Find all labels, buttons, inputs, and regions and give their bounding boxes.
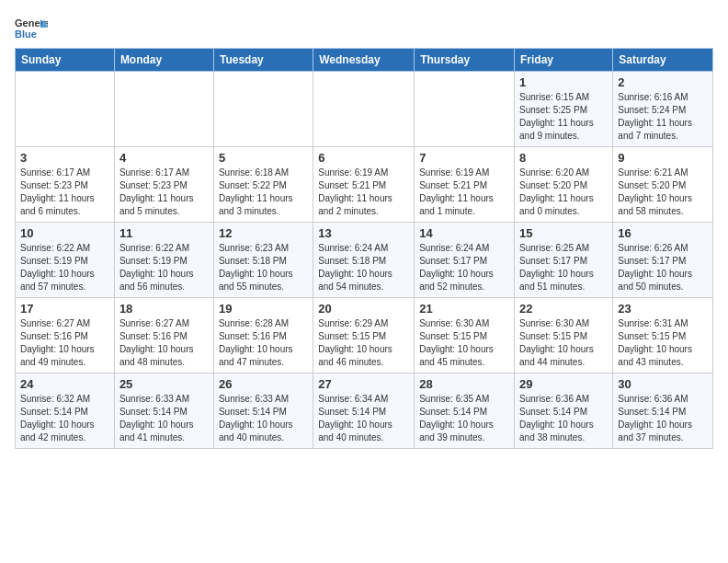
day-number: 21	[419, 302, 509, 316]
day-number: 28	[419, 377, 509, 391]
day-number: 24	[20, 377, 109, 391]
day-number: 26	[219, 377, 308, 391]
day-info: Sunrise: 6:36 AM Sunset: 5:14 PM Dayligh…	[618, 393, 708, 444]
day-number: 10	[20, 226, 109, 240]
day-number: 22	[519, 302, 608, 316]
calendar-cell: 23Sunrise: 6:31 AM Sunset: 5:15 PM Dayli…	[613, 298, 713, 373]
day-info: Sunrise: 6:17 AM Sunset: 5:23 PM Dayligh…	[119, 167, 209, 218]
calendar-cell	[415, 72, 515, 147]
day-number: 14	[419, 226, 509, 240]
day-info: Sunrise: 6:19 AM Sunset: 5:21 PM Dayligh…	[419, 167, 509, 218]
day-info: Sunrise: 6:17 AM Sunset: 5:23 PM Dayligh…	[20, 167, 109, 218]
day-info: Sunrise: 6:22 AM Sunset: 5:19 PM Dayligh…	[20, 242, 109, 293]
day-info: Sunrise: 6:30 AM Sunset: 5:15 PM Dayligh…	[419, 317, 509, 369]
day-info: Sunrise: 6:31 AM Sunset: 5:15 PM Dayligh…	[618, 317, 708, 369]
calendar-cell: 2Sunrise: 6:16 AM Sunset: 5:24 PM Daylig…	[613, 72, 713, 147]
calendar-cell: 7Sunrise: 6:19 AM Sunset: 5:21 PM Daylig…	[415, 147, 515, 223]
day-info: Sunrise: 6:20 AM Sunset: 5:20 PM Dayligh…	[519, 167, 608, 218]
calendar-cell: 11Sunrise: 6:22 AM Sunset: 5:19 PM Dayli…	[114, 223, 213, 298]
calendar-cell: 14Sunrise: 6:24 AM Sunset: 5:17 PM Dayli…	[415, 223, 515, 298]
day-number: 3	[20, 151, 109, 165]
calendar-row-0: 1Sunrise: 6:15 AM Sunset: 5:25 PM Daylig…	[16, 72, 713, 147]
day-info: Sunrise: 6:16 AM Sunset: 5:24 PM Dayligh…	[618, 91, 708, 143]
day-info: Sunrise: 6:28 AM Sunset: 5:16 PM Dayligh…	[219, 317, 308, 369]
calendar-cell: 16Sunrise: 6:26 AM Sunset: 5:17 PM Dayli…	[613, 223, 713, 298]
day-info: Sunrise: 6:18 AM Sunset: 5:22 PM Dayligh…	[219, 167, 308, 218]
calendar-cell: 29Sunrise: 6:36 AM Sunset: 5:14 PM Dayli…	[515, 373, 613, 449]
day-number: 7	[419, 151, 509, 165]
svg-text:Blue: Blue	[15, 29, 37, 40]
day-number: 15	[519, 226, 608, 240]
calendar-cell	[213, 72, 313, 147]
weekday-header-monday: Monday	[114, 49, 213, 72]
weekday-header-thursday: Thursday	[415, 49, 515, 72]
calendar-cell: 22Sunrise: 6:30 AM Sunset: 5:15 PM Dayli…	[515, 298, 613, 373]
calendar-cell: 15Sunrise: 6:25 AM Sunset: 5:17 PM Dayli…	[515, 223, 613, 298]
weekday-header-saturday: Saturday	[613, 49, 713, 72]
calendar-cell	[16, 72, 115, 147]
logo-icon: General Blue	[15, 15, 48, 40]
calendar-cell	[313, 72, 415, 147]
calendar-cell: 6Sunrise: 6:19 AM Sunset: 5:21 PM Daylig…	[313, 147, 415, 223]
day-number: 17	[20, 302, 109, 316]
day-info: Sunrise: 6:25 AM Sunset: 5:17 PM Dayligh…	[519, 242, 608, 293]
day-info: Sunrise: 6:23 AM Sunset: 5:18 PM Dayligh…	[219, 242, 308, 293]
day-number: 20	[318, 302, 409, 316]
day-info: Sunrise: 6:26 AM Sunset: 5:17 PM Dayligh…	[618, 242, 708, 293]
calendar-cell: 1Sunrise: 6:15 AM Sunset: 5:25 PM Daylig…	[515, 72, 613, 147]
calendar-cell: 28Sunrise: 6:35 AM Sunset: 5:14 PM Dayli…	[415, 373, 515, 449]
day-info: Sunrise: 6:21 AM Sunset: 5:20 PM Dayligh…	[618, 167, 708, 218]
day-info: Sunrise: 6:33 AM Sunset: 5:14 PM Dayligh…	[219, 393, 308, 444]
day-number: 12	[219, 226, 308, 240]
day-number: 18	[119, 302, 209, 316]
day-info: Sunrise: 6:33 AM Sunset: 5:14 PM Dayligh…	[119, 393, 209, 444]
calendar-cell: 13Sunrise: 6:24 AM Sunset: 5:18 PM Dayli…	[313, 223, 415, 298]
day-info: Sunrise: 6:24 AM Sunset: 5:18 PM Dayligh…	[318, 242, 409, 293]
day-number: 6	[318, 151, 409, 165]
calendar-cell: 26Sunrise: 6:33 AM Sunset: 5:14 PM Dayli…	[213, 373, 313, 449]
calendar-table: SundayMondayTuesdayWednesdayThursdayFrid…	[15, 48, 713, 449]
day-number: 27	[318, 377, 409, 391]
calendar-row-1: 3Sunrise: 6:17 AM Sunset: 5:23 PM Daylig…	[16, 147, 713, 223]
day-number: 1	[519, 75, 608, 89]
calendar-cell	[114, 72, 213, 147]
weekday-header-sunday: Sunday	[16, 49, 115, 72]
day-number: 9	[618, 151, 708, 165]
calendar-cell: 20Sunrise: 6:29 AM Sunset: 5:15 PM Dayli…	[313, 298, 415, 373]
logo: General Blue	[15, 15, 50, 40]
day-info: Sunrise: 6:35 AM Sunset: 5:14 PM Dayligh…	[419, 393, 509, 444]
day-info: Sunrise: 6:19 AM Sunset: 5:21 PM Dayligh…	[318, 167, 409, 218]
day-number: 2	[618, 75, 708, 89]
day-info: Sunrise: 6:36 AM Sunset: 5:14 PM Dayligh…	[519, 393, 608, 444]
weekday-header-friday: Friday	[515, 49, 613, 72]
day-info: Sunrise: 6:22 AM Sunset: 5:19 PM Dayligh…	[119, 242, 209, 293]
calendar-cell: 8Sunrise: 6:20 AM Sunset: 5:20 PM Daylig…	[515, 147, 613, 223]
calendar-cell: 17Sunrise: 6:27 AM Sunset: 5:16 PM Dayli…	[16, 298, 115, 373]
calendar-cell: 12Sunrise: 6:23 AM Sunset: 5:18 PM Dayli…	[213, 223, 313, 298]
calendar-cell: 10Sunrise: 6:22 AM Sunset: 5:19 PM Dayli…	[16, 223, 115, 298]
weekday-header-wednesday: Wednesday	[313, 49, 415, 72]
calendar-cell: 4Sunrise: 6:17 AM Sunset: 5:23 PM Daylig…	[114, 147, 213, 223]
calendar-cell: 27Sunrise: 6:34 AM Sunset: 5:14 PM Dayli…	[313, 373, 415, 449]
day-number: 11	[119, 226, 209, 240]
calendar-cell: 30Sunrise: 6:36 AM Sunset: 5:14 PM Dayli…	[613, 373, 713, 449]
calendar-body: 1Sunrise: 6:15 AM Sunset: 5:25 PM Daylig…	[16, 72, 713, 449]
calendar-row-3: 17Sunrise: 6:27 AM Sunset: 5:16 PM Dayli…	[16, 298, 713, 373]
calendar-row-4: 24Sunrise: 6:32 AM Sunset: 5:14 PM Dayli…	[16, 373, 713, 449]
day-info: Sunrise: 6:32 AM Sunset: 5:14 PM Dayligh…	[20, 393, 109, 444]
day-number: 5	[219, 151, 308, 165]
day-info: Sunrise: 6:34 AM Sunset: 5:14 PM Dayligh…	[318, 393, 409, 444]
day-info: Sunrise: 6:27 AM Sunset: 5:16 PM Dayligh…	[119, 317, 209, 369]
page-header: General Blue	[15, 15, 713, 40]
calendar-cell: 9Sunrise: 6:21 AM Sunset: 5:20 PM Daylig…	[613, 147, 713, 223]
calendar-cell: 19Sunrise: 6:28 AM Sunset: 5:16 PM Dayli…	[213, 298, 313, 373]
day-info: Sunrise: 6:24 AM Sunset: 5:17 PM Dayligh…	[419, 242, 509, 293]
day-info: Sunrise: 6:29 AM Sunset: 5:15 PM Dayligh…	[318, 317, 409, 369]
calendar-cell: 3Sunrise: 6:17 AM Sunset: 5:23 PM Daylig…	[16, 147, 115, 223]
weekday-header-row: SundayMondayTuesdayWednesdayThursdayFrid…	[16, 49, 713, 72]
day-info: Sunrise: 6:15 AM Sunset: 5:25 PM Dayligh…	[519, 91, 608, 143]
day-number: 25	[119, 377, 209, 391]
calendar-cell: 25Sunrise: 6:33 AM Sunset: 5:14 PM Dayli…	[114, 373, 213, 449]
day-number: 23	[618, 302, 708, 316]
day-number: 16	[618, 226, 708, 240]
